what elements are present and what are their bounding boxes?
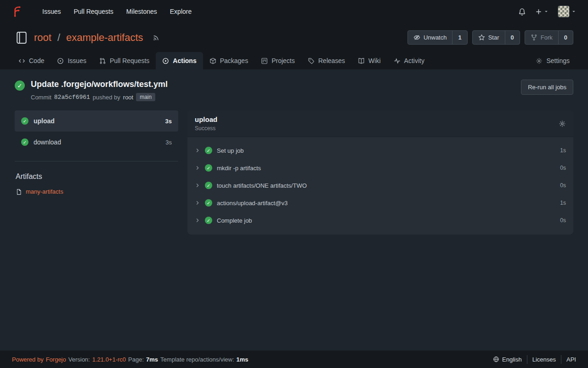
powered-by-label: Powered by xyxy=(12,356,44,363)
navbar-link-pull-requests[interactable]: Pull Requests xyxy=(67,4,119,19)
unwatch-button[interactable]: Unwatch xyxy=(408,31,452,44)
step-row-upload-artifact[interactable]: ✓ actions/upload-artifact@v3 1s xyxy=(187,194,573,212)
tab-issues[interactable]: Issues xyxy=(51,52,92,69)
footer-meta: Powered by Forgejo Version: 1.21.0+1-rc0… xyxy=(12,356,249,363)
version-link[interactable]: 1.21.0+1-rc0 xyxy=(92,356,126,363)
language-selector[interactable]: English xyxy=(488,355,527,364)
page-time-value: 7ms xyxy=(146,356,158,363)
chevron-right-icon xyxy=(195,148,200,153)
forks-count[interactable]: 0 xyxy=(558,31,573,44)
page-time-label: Page: xyxy=(128,356,144,363)
artifact-item: many-artifacts xyxy=(15,188,178,195)
jobs-sidebar: ✓ upload 3s ✓ download 3s Artifacts many… xyxy=(15,110,178,195)
project-board-icon xyxy=(261,58,268,64)
tab-packages[interactable]: Packages xyxy=(203,52,254,69)
job-name: download xyxy=(34,138,61,146)
repo-action-buttons: Unwatch 1 Star 0 xyxy=(407,30,573,45)
play-circle-icon xyxy=(162,58,169,64)
template-time-label: Template repo/actions/view: xyxy=(160,356,234,363)
footer-links: English Licenses API xyxy=(488,355,576,364)
step-row-touch[interactable]: ✓ touch artifacts/ONE artifacts/TWO 0s xyxy=(187,177,573,194)
navbar-links: Issues Pull Requests Milestones Explore xyxy=(36,4,198,19)
tab-label: Projects xyxy=(271,57,295,64)
job-name: upload xyxy=(34,117,55,125)
actions-run-view: ✓ Update .forgejo/workflows/test.yml Com… xyxy=(0,69,588,351)
fork-label: Fork xyxy=(541,34,553,41)
tab-actions[interactable]: Actions xyxy=(156,52,203,69)
fork-button-group: Fork 0 xyxy=(525,30,573,45)
step-row-mkdir[interactable]: ✓ mkdir -p artifacts 0s xyxy=(187,159,573,177)
step-duration: 1s xyxy=(560,200,566,206)
chevron-right-icon xyxy=(195,183,200,188)
step-duration: 1s xyxy=(560,147,566,154)
tab-settings[interactable]: Settings xyxy=(529,52,576,69)
tab-label: Activity xyxy=(404,57,424,64)
create-new-button[interactable] xyxy=(535,8,548,15)
eye-off-icon xyxy=(413,34,420,41)
tab-label: Releases xyxy=(318,57,345,64)
job-duration: 3s xyxy=(165,118,172,125)
tab-label: Code xyxy=(29,57,44,64)
notifications-bell-icon[interactable] xyxy=(518,8,526,16)
job-row-upload[interactable]: ✓ upload 3s xyxy=(15,110,178,132)
chevron-right-icon xyxy=(195,200,200,206)
job-detail-titles: upload Success xyxy=(195,115,217,132)
repo-separator: / xyxy=(57,32,60,44)
tab-projects[interactable]: Projects xyxy=(254,52,301,69)
artifact-download-link[interactable]: many-artifacts xyxy=(26,188,63,195)
tab-label: Wiki xyxy=(368,57,380,64)
tab-pull-requests[interactable]: Pull Requests xyxy=(93,52,156,69)
navbar-link-issues[interactable]: Issues xyxy=(36,4,67,19)
chevron-down-icon xyxy=(571,9,576,14)
repo-name-link[interactable]: example-artifacts xyxy=(66,32,143,44)
rss-icon[interactable] xyxy=(153,34,160,41)
run-header: ✓ Update .forgejo/workflows/test.yml Com… xyxy=(15,80,573,101)
step-row-complete-job[interactable]: ✓ Complete job 0s xyxy=(187,212,573,229)
tab-releases[interactable]: Releases xyxy=(301,52,351,69)
run-success-check-icon: ✓ xyxy=(15,80,25,91)
unwatch-button-group: Unwatch 1 xyxy=(407,30,468,45)
tab-label: Pull Requests xyxy=(110,57,149,64)
author-link[interactable]: root xyxy=(123,94,133,101)
tab-wiki[interactable]: Wiki xyxy=(351,52,387,69)
navbar-link-explore[interactable]: Explore xyxy=(164,4,198,19)
commit-label: Commit xyxy=(31,94,51,101)
version-label: Version: xyxy=(68,356,90,363)
branch-badge[interactable]: main xyxy=(136,93,155,101)
repo-header: root / example-artifacts U xyxy=(0,23,588,50)
repo-owner-link[interactable]: root xyxy=(34,32,51,44)
book-icon xyxy=(358,58,365,64)
success-check-icon: ✓ xyxy=(21,117,28,125)
rerun-all-jobs-button[interactable]: Re-run all jobs xyxy=(521,80,573,95)
divider xyxy=(15,161,178,161)
chevron-right-icon xyxy=(195,218,200,223)
chevron-right-icon xyxy=(195,165,200,171)
watchers-count[interactable]: 1 xyxy=(452,31,467,44)
commit-sha-link[interactable]: 82a5cf6961 xyxy=(54,94,90,101)
fork-button[interactable]: Fork xyxy=(525,31,558,44)
star-button-group: Star 0 xyxy=(472,30,520,45)
stars-count[interactable]: 0 xyxy=(505,31,520,44)
tab-activity[interactable]: Activity xyxy=(387,52,431,69)
tab-code[interactable]: Code xyxy=(12,52,51,69)
job-detail-name: upload xyxy=(195,115,217,123)
forgejo-logo-icon[interactable] xyxy=(12,6,24,17)
licenses-link[interactable]: Licenses xyxy=(527,355,561,364)
step-label: Set up job xyxy=(217,147,244,154)
repo-book-icon xyxy=(15,31,28,45)
gear-icon xyxy=(536,58,543,64)
job-options-gear-icon[interactable] xyxy=(559,120,566,127)
job-row-download[interactable]: ✓ download 3s xyxy=(15,132,178,153)
star-button[interactable]: Star xyxy=(473,31,505,44)
user-menu-button[interactable] xyxy=(558,6,576,17)
footer: Powered by Forgejo Version: 1.21.0+1-rc0… xyxy=(0,351,588,368)
navbar-link-milestones[interactable]: Milestones xyxy=(120,4,164,19)
pull-request-icon xyxy=(99,58,106,64)
repo-tabbar: Code Issues Pull Requests Actions Packag… xyxy=(0,50,588,69)
chevron-down-icon xyxy=(544,9,548,14)
step-row-set-up-job[interactable]: ✓ Set up job 1s xyxy=(187,142,573,159)
forgejo-link[interactable]: Forgejo xyxy=(46,356,66,363)
api-link[interactable]: API xyxy=(561,355,576,364)
fork-icon xyxy=(531,34,537,41)
page: Issues Pull Requests Milestones Explore xyxy=(0,0,588,368)
